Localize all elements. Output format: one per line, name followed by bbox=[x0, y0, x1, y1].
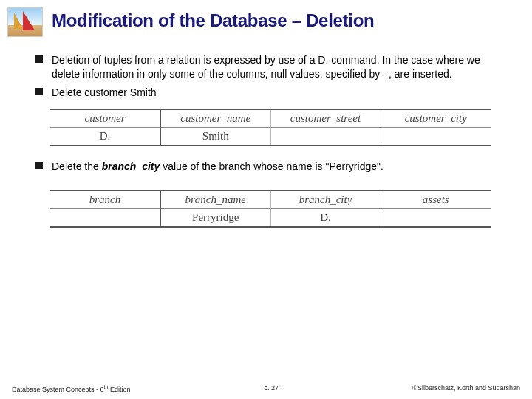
italic-term: branch_city bbox=[102, 160, 160, 172]
text: value of the branch whose name is "Perry… bbox=[160, 160, 383, 172]
square-bullet-icon bbox=[35, 162, 43, 169]
table-cell bbox=[381, 208, 491, 227]
qbe-table-branch: branch branch_name branch_city assets Pe… bbox=[50, 190, 491, 228]
footer-left: Database System Concepts - 6th Edition bbox=[12, 384, 130, 393]
qbe-table-customer: customer customer_name customer_street c… bbox=[50, 109, 491, 146]
table-header: branch bbox=[50, 191, 160, 209]
table-row: Perryridge D. bbox=[50, 208, 491, 227]
table-header: branch_name bbox=[160, 191, 270, 209]
bullet-text: Delete the branch_city value of the bran… bbox=[52, 160, 383, 174]
table-header: customer_city bbox=[381, 109, 491, 128]
table-cell: D. bbox=[270, 208, 381, 227]
table-cell: D. bbox=[50, 127, 160, 146]
table-cell bbox=[50, 208, 160, 227]
bullet-item: Delete customer Smith bbox=[35, 86, 505, 100]
footer-center: c. 27 bbox=[265, 384, 279, 393]
text: Delete the bbox=[52, 160, 102, 172]
table-header: customer bbox=[50, 109, 160, 128]
table-cell: Perryridge bbox=[160, 208, 270, 227]
table-row: D. Smith bbox=[50, 127, 491, 146]
table-cell: Smith bbox=[160, 127, 270, 146]
table-cell bbox=[270, 127, 381, 146]
text: Edition bbox=[108, 386, 130, 393]
table-header: customer_name bbox=[160, 109, 270, 128]
table-cell bbox=[381, 127, 491, 146]
table-header: branch_city bbox=[270, 191, 381, 209]
bullet-text: Deletion of tuples from a relation is ex… bbox=[52, 53, 505, 81]
table-header: assets bbox=[381, 191, 491, 209]
bullet-text: Delete customer Smith bbox=[52, 86, 157, 100]
square-bullet-icon bbox=[35, 88, 43, 95]
bullet-item: Deletion of tuples from a relation is ex… bbox=[35, 53, 505, 81]
slide-body: Deletion of tuples from a relation is ex… bbox=[0, 37, 532, 228]
table-header: customer_street bbox=[270, 109, 381, 128]
square-bullet-icon bbox=[35, 55, 43, 63]
slide-header: Modification of the Database – Deletion bbox=[0, 0, 532, 37]
text: Database System Concepts - 6 bbox=[12, 386, 104, 393]
slide-footer: Database System Concepts - 6th Edition c… bbox=[0, 384, 532, 393]
footer-right: ©Silberschatz, Korth and Sudarshan bbox=[412, 384, 520, 393]
bullet-item: Delete the branch_city value of the bran… bbox=[35, 160, 505, 174]
slide-title: Modification of the Database – Deletion bbox=[52, 7, 374, 31]
sailboat-logo bbox=[7, 7, 43, 37]
